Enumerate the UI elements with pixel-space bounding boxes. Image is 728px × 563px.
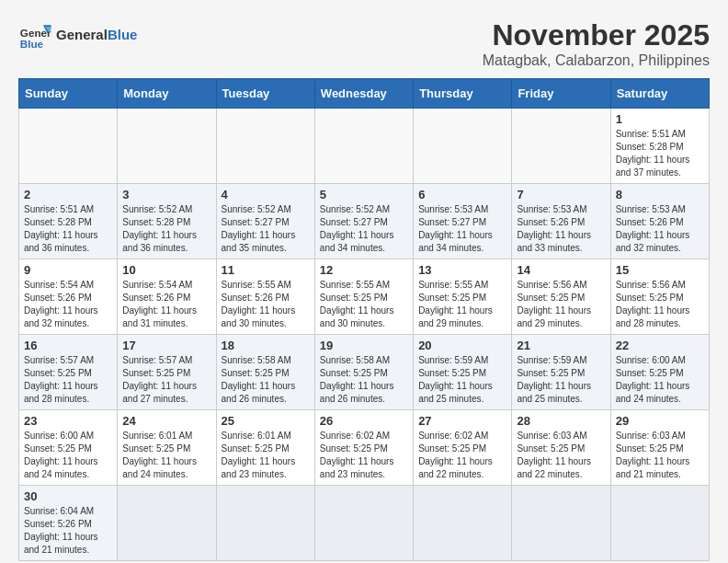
calendar-day-cell (118, 109, 216, 184)
calendar-day-cell: 22Sunrise: 6:00 AM Sunset: 5:25 PM Dayli… (610, 335, 709, 410)
calendar-week-row: 16Sunrise: 5:57 AM Sunset: 5:25 PM Dayli… (19, 335, 710, 410)
day-info: Sunrise: 5:52 AM Sunset: 5:28 PM Dayligh… (122, 203, 210, 255)
day-header-sunday: Sunday (19, 79, 118, 109)
logo: General Blue GeneralBlue (18, 18, 137, 52)
day-info: Sunrise: 5:59 AM Sunset: 5:25 PM Dayligh… (517, 354, 605, 406)
day-number: 13 (418, 263, 506, 277)
logo-blue: Blue (108, 27, 138, 42)
day-info: Sunrise: 6:01 AM Sunset: 5:25 PM Dayligh… (222, 430, 310, 481)
calendar-day-cell: 2Sunrise: 5:51 AM Sunset: 5:28 PM Daylig… (19, 184, 118, 259)
day-number: 10 (122, 263, 210, 277)
day-info: Sunrise: 5:55 AM Sunset: 5:26 PM Dayligh… (222, 279, 310, 330)
day-info: Sunrise: 5:57 AM Sunset: 5:25 PM Dayligh… (24, 354, 112, 406)
calendar-day-cell: 30Sunrise: 6:04 AM Sunset: 5:26 PM Dayli… (19, 486, 118, 561)
day-info: Sunrise: 6:02 AM Sunset: 5:25 PM Dayligh… (320, 430, 408, 481)
day-info: Sunrise: 6:03 AM Sunset: 5:25 PM Dayligh… (616, 430, 704, 481)
calendar-day-cell: 18Sunrise: 5:58 AM Sunset: 5:25 PM Dayli… (216, 335, 314, 410)
day-number: 2 (24, 188, 112, 201)
day-number: 4 (222, 188, 310, 201)
day-number: 17 (122, 339, 210, 352)
calendar-day-cell: 19Sunrise: 5:58 AM Sunset: 5:25 PM Dayli… (314, 335, 413, 410)
calendar-week-row: 1Sunrise: 5:51 AM Sunset: 5:28 PM Daylig… (19, 109, 710, 184)
svg-text:Blue: Blue (20, 38, 44, 50)
calendar-day-cell (314, 486, 413, 561)
calendar-day-cell (216, 486, 314, 561)
calendar-week-row: 30Sunrise: 6:04 AM Sunset: 5:26 PM Dayli… (19, 486, 710, 561)
day-header-monday: Monday (118, 79, 216, 109)
calendar-day-cell: 23Sunrise: 6:00 AM Sunset: 5:25 PM Dayli… (19, 410, 118, 486)
day-number: 21 (517, 339, 605, 352)
day-number: 15 (616, 263, 704, 277)
day-info: Sunrise: 5:53 AM Sunset: 5:26 PM Dayligh… (616, 203, 704, 255)
day-number: 18 (222, 339, 310, 352)
day-number: 5 (320, 188, 408, 201)
day-number: 23 (24, 414, 112, 428)
calendar-day-cell: 7Sunrise: 5:53 AM Sunset: 5:26 PM Daylig… (512, 184, 610, 259)
day-header-saturday: Saturday (610, 79, 709, 109)
calendar-week-row: 23Sunrise: 6:00 AM Sunset: 5:25 PM Dayli… (19, 410, 710, 486)
day-number: 29 (616, 414, 704, 428)
day-info: Sunrise: 6:01 AM Sunset: 5:25 PM Dayligh… (122, 430, 210, 481)
day-info: Sunrise: 5:55 AM Sunset: 5:25 PM Dayligh… (418, 279, 506, 330)
page-header: General Blue GeneralBlue November 2025 M… (18, 18, 710, 69)
calendar-day-cell: 24Sunrise: 6:01 AM Sunset: 5:25 PM Dayli… (118, 410, 216, 486)
day-header-wednesday: Wednesday (314, 79, 413, 109)
day-info: Sunrise: 5:56 AM Sunset: 5:25 PM Dayligh… (616, 279, 704, 330)
calendar-day-cell: 12Sunrise: 5:55 AM Sunset: 5:25 PM Dayli… (314, 259, 413, 335)
day-info: Sunrise: 6:04 AM Sunset: 5:26 PM Dayligh… (24, 505, 112, 557)
calendar-day-cell: 9Sunrise: 5:54 AM Sunset: 5:26 PM Daylig… (19, 259, 118, 335)
calendar-day-cell: 20Sunrise: 5:59 AM Sunset: 5:25 PM Dayli… (414, 335, 512, 410)
calendar-day-cell: 1Sunrise: 5:51 AM Sunset: 5:28 PM Daylig… (610, 109, 709, 184)
calendar-day-cell: 6Sunrise: 5:53 AM Sunset: 5:27 PM Daylig… (414, 184, 512, 259)
calendar-day-cell: 21Sunrise: 5:59 AM Sunset: 5:25 PM Dayli… (512, 335, 610, 410)
day-info: Sunrise: 5:58 AM Sunset: 5:25 PM Dayligh… (222, 354, 310, 406)
calendar-day-cell: 5Sunrise: 5:52 AM Sunset: 5:27 PM Daylig… (314, 184, 413, 259)
day-info: Sunrise: 6:02 AM Sunset: 5:25 PM Dayligh… (418, 430, 506, 481)
calendar-day-cell: 27Sunrise: 6:02 AM Sunset: 5:25 PM Dayli… (414, 410, 512, 486)
day-number: 20 (418, 339, 506, 352)
day-number: 16 (24, 339, 112, 352)
day-number: 6 (418, 188, 506, 201)
logo-general: General (56, 27, 108, 42)
calendar-day-cell: 3Sunrise: 5:52 AM Sunset: 5:28 PM Daylig… (118, 184, 216, 259)
day-info: Sunrise: 5:54 AM Sunset: 5:26 PM Dayligh… (24, 279, 112, 330)
day-number: 28 (517, 414, 605, 428)
calendar-day-cell (414, 109, 512, 184)
day-info: Sunrise: 5:58 AM Sunset: 5:25 PM Dayligh… (320, 354, 408, 406)
calendar-week-row: 2Sunrise: 5:51 AM Sunset: 5:28 PM Daylig… (19, 184, 710, 259)
calendar-table: SundayMondayTuesdayWednesdayThursdayFrid… (18, 78, 710, 561)
day-number: 24 (122, 414, 210, 428)
calendar-header-row: SundayMondayTuesdayWednesdayThursdayFrid… (19, 79, 710, 109)
day-info: Sunrise: 5:57 AM Sunset: 5:25 PM Dayligh… (122, 354, 210, 406)
calendar-day-cell: 28Sunrise: 6:03 AM Sunset: 5:25 PM Dayli… (512, 410, 610, 486)
calendar-day-cell: 26Sunrise: 6:02 AM Sunset: 5:25 PM Dayli… (314, 410, 413, 486)
calendar-week-row: 9Sunrise: 5:54 AM Sunset: 5:26 PM Daylig… (19, 259, 710, 335)
calendar-day-cell (216, 109, 314, 184)
calendar-day-cell: 10Sunrise: 5:54 AM Sunset: 5:26 PM Dayli… (118, 259, 216, 335)
calendar-day-cell: 25Sunrise: 6:01 AM Sunset: 5:25 PM Dayli… (216, 410, 314, 486)
calendar-day-cell: 29Sunrise: 6:03 AM Sunset: 5:25 PM Dayli… (610, 410, 709, 486)
day-number: 1 (616, 112, 704, 126)
day-number: 9 (24, 263, 112, 277)
location-title: Matagbak, Calabarzon, Philippines (483, 52, 710, 69)
day-info: Sunrise: 6:00 AM Sunset: 5:25 PM Dayligh… (616, 354, 704, 406)
day-info: Sunrise: 5:51 AM Sunset: 5:28 PM Dayligh… (616, 128, 704, 179)
day-number: 14 (517, 263, 605, 277)
calendar-day-cell: 11Sunrise: 5:55 AM Sunset: 5:26 PM Dayli… (216, 259, 314, 335)
day-info: Sunrise: 5:55 AM Sunset: 5:25 PM Dayligh… (320, 279, 408, 330)
logo-icon: General Blue (18, 18, 51, 52)
day-info: Sunrise: 6:03 AM Sunset: 5:25 PM Dayligh… (517, 430, 605, 481)
calendar-day-cell (314, 109, 413, 184)
calendar-day-cell (610, 486, 709, 561)
day-number: 30 (24, 489, 112, 503)
day-header-tuesday: Tuesday (216, 79, 314, 109)
day-info: Sunrise: 5:52 AM Sunset: 5:27 PM Dayligh… (320, 203, 408, 255)
day-number: 26 (320, 414, 408, 428)
day-header-friday: Friday (512, 79, 610, 109)
calendar-day-cell: 15Sunrise: 5:56 AM Sunset: 5:25 PM Dayli… (610, 259, 709, 335)
calendar-day-cell (118, 486, 216, 561)
day-number: 11 (222, 263, 310, 277)
day-info: Sunrise: 5:59 AM Sunset: 5:25 PM Dayligh… (418, 354, 506, 406)
title-section: November 2025 Matagbak, Calabarzon, Phil… (483, 18, 710, 69)
day-info: Sunrise: 5:53 AM Sunset: 5:26 PM Dayligh… (517, 203, 605, 255)
